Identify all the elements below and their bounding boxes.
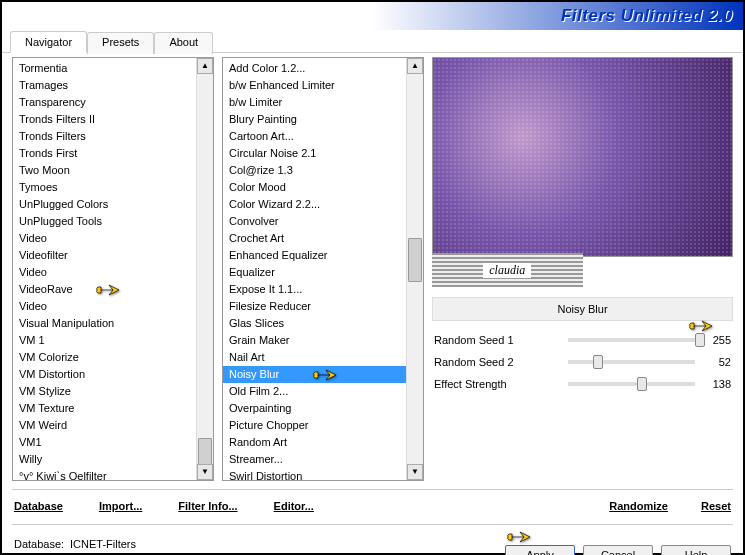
- control-row: Random Seed 1255: [432, 331, 733, 349]
- scroll-up-icon[interactable]: ▲: [197, 58, 213, 74]
- control-label: Random Seed 2: [432, 356, 562, 368]
- list-item[interactable]: Grain Maker: [223, 332, 406, 349]
- db-info: Database:ICNET-Filters Filters:4255: [14, 537, 136, 555]
- slider-thumb[interactable]: [637, 377, 647, 391]
- scroll-thumb[interactable]: [408, 238, 422, 282]
- list-item[interactable]: Cartoon Art...: [223, 128, 406, 145]
- app-window: Filters Unlimited 2.0 Navigator Presets …: [0, 0, 745, 555]
- slider[interactable]: [568, 338, 695, 342]
- tab-presets[interactable]: Presets: [87, 32, 154, 54]
- list-item[interactable]: VM Texture: [13, 400, 196, 417]
- link-import[interactable]: Import...: [99, 500, 142, 512]
- slider-thumb[interactable]: [695, 333, 705, 347]
- list-item[interactable]: Old Film 2...: [223, 383, 406, 400]
- list-item[interactable]: Video: [13, 298, 196, 315]
- list-item[interactable]: Enhanced Equalizer: [223, 247, 406, 264]
- list-item[interactable]: Tormentia: [13, 60, 196, 77]
- tabstrip: Navigator Presets About: [2, 30, 743, 53]
- db-value: ICNET-Filters: [70, 538, 136, 550]
- slider-thumb[interactable]: [593, 355, 603, 369]
- list-item[interactable]: Video: [13, 230, 196, 247]
- separator: [12, 489, 733, 490]
- tab-navigator[interactable]: Navigator: [10, 31, 87, 53]
- tab-about[interactable]: About: [154, 32, 213, 54]
- list-item[interactable]: Visual Manipulation: [13, 315, 196, 332]
- list-item[interactable]: VM Colorize: [13, 349, 196, 366]
- logo-text: claudia: [483, 263, 531, 278]
- link-database[interactable]: Database: [14, 500, 63, 512]
- filter-list[interactable]: Add Color 1.2...b/w Enhanced Limiterb/w …: [222, 57, 424, 481]
- scrollbar[interactable]: ▲ ▼: [406, 58, 423, 480]
- list-item[interactable]: Picture Chopper: [223, 417, 406, 434]
- scroll-up-icon[interactable]: ▲: [407, 58, 423, 74]
- list-item[interactable]: Videofilter: [13, 247, 196, 264]
- list-item[interactable]: VM Weird: [13, 417, 196, 434]
- list-item[interactable]: b/w Enhanced Limiter: [223, 77, 406, 94]
- list-item[interactable]: °v° Kiwi`s Oelfilter: [13, 468, 196, 480]
- list-item[interactable]: Tymoes: [13, 179, 196, 196]
- slider[interactable]: [568, 360, 695, 364]
- link-reset[interactable]: Reset: [701, 500, 731, 512]
- list-item[interactable]: Tronds First: [13, 145, 196, 162]
- linkbar: Database Import... Filter Info... Editor…: [2, 496, 743, 518]
- link-filter-info[interactable]: Filter Info...: [178, 500, 237, 512]
- scrollbar[interactable]: ▲ ▼: [196, 58, 213, 480]
- apply-button[interactable]: Apply: [505, 545, 575, 555]
- list-item[interactable]: Two Moon: [13, 162, 196, 179]
- list-item[interactable]: Expose It 1.1...: [223, 281, 406, 298]
- category-list[interactable]: TormentiaTramagesTransparencyTronds Filt…: [12, 57, 214, 481]
- list-item[interactable]: VM Stylize: [13, 383, 196, 400]
- list-item[interactable]: Convolver: [223, 213, 406, 230]
- list-item[interactable]: Circular Noise 2.1: [223, 145, 406, 162]
- list-item[interactable]: b/w Limiter: [223, 94, 406, 111]
- list-item[interactable]: Transparency: [13, 94, 196, 111]
- list-item[interactable]: Crochet Art: [223, 230, 406, 247]
- list-item[interactable]: UnPlugged Colors: [13, 196, 196, 213]
- list-item[interactable]: Streamer...: [223, 451, 406, 468]
- controls-panel: Random Seed 1255Random Seed 252Effect St…: [432, 325, 733, 481]
- filters-label: Filters:: [14, 551, 70, 555]
- control-row: Effect Strength138: [432, 375, 733, 393]
- list-item[interactable]: Color Mood: [223, 179, 406, 196]
- list-item[interactable]: VM1: [13, 434, 196, 451]
- list-item[interactable]: Video: [13, 264, 196, 281]
- list-item[interactable]: Col@rize 1.3: [223, 162, 406, 179]
- list-item[interactable]: VM 1: [13, 332, 196, 349]
- help-button[interactable]: Help: [661, 545, 731, 555]
- list-item[interactable]: Filesize Reducer: [223, 298, 406, 315]
- list-item[interactable]: Blury Painting: [223, 111, 406, 128]
- db-label: Database:: [14, 537, 70, 551]
- list-item[interactable]: Glas Slices: [223, 315, 406, 332]
- control-value: 52: [701, 356, 733, 368]
- control-value: 138: [701, 378, 733, 390]
- list-item[interactable]: UnPlugged Tools: [13, 213, 196, 230]
- scroll-down-icon[interactable]: ▼: [407, 464, 423, 480]
- list-item[interactable]: Equalizer: [223, 264, 406, 281]
- list-item[interactable]: Swirl Distortion: [223, 468, 406, 480]
- list-item[interactable]: VideoRave: [13, 281, 196, 298]
- preview-column: claudia Noisy Blur Random Seed 1255Rando…: [432, 57, 733, 481]
- link-randomize[interactable]: Randomize: [609, 500, 668, 512]
- list-item[interactable]: Add Color 1.2...: [223, 60, 406, 77]
- scroll-down-icon[interactable]: ▼: [197, 464, 213, 480]
- cancel-button[interactable]: Cancel: [583, 545, 653, 555]
- footer: Database:ICNET-Filters Filters:4255 Appl…: [2, 531, 743, 555]
- list-item[interactable]: Tramages: [13, 77, 196, 94]
- preview-image: [432, 57, 733, 257]
- list-item[interactable]: Tronds Filters: [13, 128, 196, 145]
- link-editor[interactable]: Editor...: [274, 500, 314, 512]
- filter-column: Add Color 1.2...b/w Enhanced Limiterb/w …: [222, 57, 424, 481]
- slider[interactable]: [568, 382, 695, 386]
- separator: [12, 524, 733, 525]
- list-item[interactable]: VM Distortion: [13, 366, 196, 383]
- list-item[interactable]: Random Art: [223, 434, 406, 451]
- list-item[interactable]: Tronds Filters II: [13, 111, 196, 128]
- list-item[interactable]: Willy: [13, 451, 196, 468]
- list-item[interactable]: Color Wizard 2.2...: [223, 196, 406, 213]
- list-item[interactable]: Overpainting: [223, 400, 406, 417]
- list-item[interactable]: Nail Art: [223, 349, 406, 366]
- category-column: TormentiaTramagesTransparencyTronds Filt…: [12, 57, 214, 481]
- main-panel: TormentiaTramagesTransparencyTronds Filt…: [2, 53, 743, 483]
- list-item[interactable]: Noisy Blur: [223, 366, 406, 383]
- control-label: Effect Strength: [432, 378, 562, 390]
